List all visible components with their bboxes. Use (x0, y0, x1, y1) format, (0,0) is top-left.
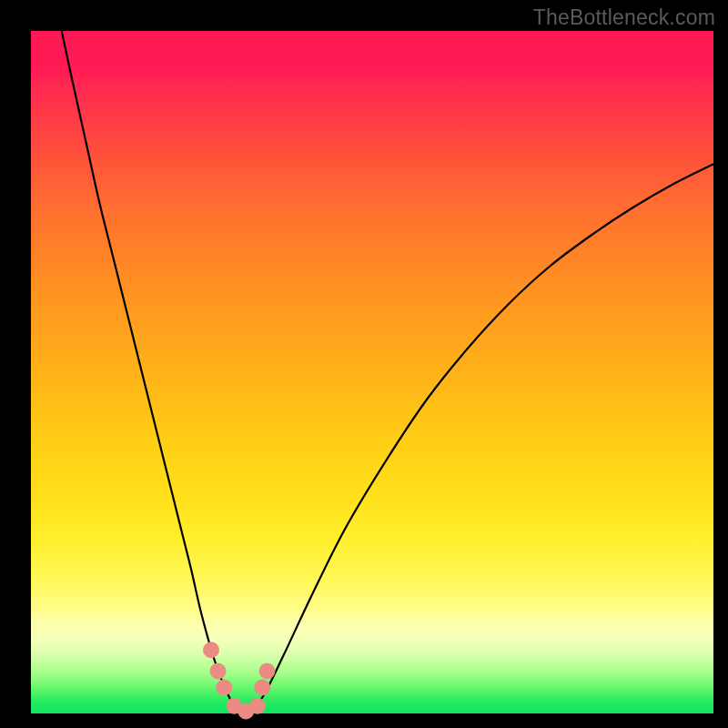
curve-marker (254, 680, 270, 696)
curve-marker (203, 642, 219, 658)
curve-marker (216, 680, 232, 696)
bottleneck-curve (62, 31, 713, 713)
chart-plot-area (31, 31, 713, 713)
curve-marker (249, 698, 266, 714)
chart-frame: TheBottleneck.com (0, 0, 728, 728)
curve-marker (210, 663, 227, 680)
curve-marker (259, 663, 276, 680)
bottleneck-curve-svg (31, 31, 713, 713)
curve-markers (203, 642, 276, 719)
watermark-text: TheBottleneck.com (533, 5, 715, 30)
